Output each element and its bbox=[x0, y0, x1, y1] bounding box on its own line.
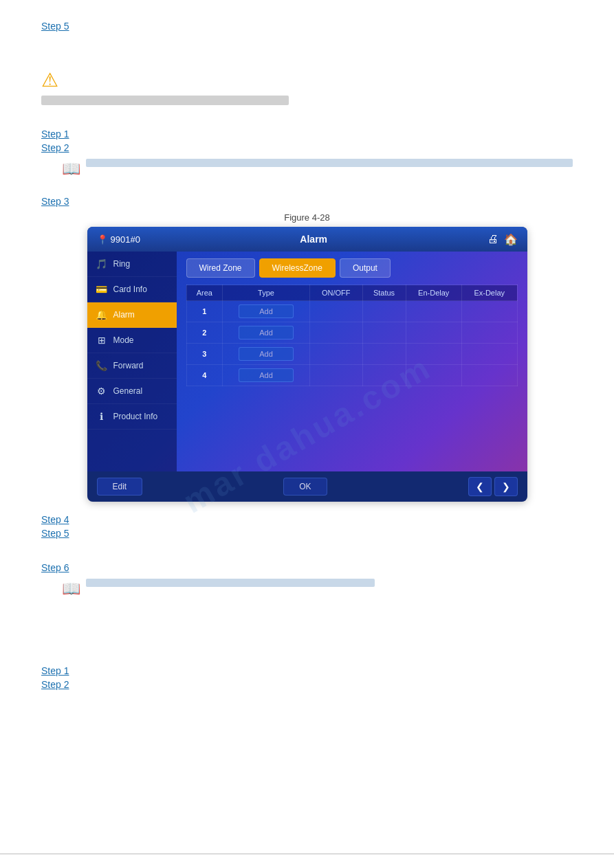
sidebar-alarm-label: Alarm bbox=[113, 310, 135, 320]
step3-label[interactable]: Step 3 bbox=[41, 196, 573, 207]
step4-label[interactable]: Step 4 bbox=[41, 514, 573, 525]
device-footer: Edit OK ❮ ❯ bbox=[87, 471, 527, 502]
figure-label: Figure 4-28 bbox=[41, 212, 573, 223]
step2-bot-label[interactable]: Step 2 bbox=[41, 679, 573, 690]
step5-top-label[interactable]: Step 5 bbox=[41, 21, 573, 32]
ring-icon: 🎵 bbox=[96, 258, 108, 269]
device-title: Alarm bbox=[140, 234, 487, 245]
location-text: 9901#0 bbox=[111, 234, 140, 245]
sidebar-forward-label: Forward bbox=[113, 361, 144, 370]
sidebar-item-mode[interactable]: ⊞ Mode bbox=[87, 328, 177, 353]
note-block-1: 📖 bbox=[62, 159, 573, 178]
edit-button[interactable]: Edit bbox=[97, 478, 143, 496]
tab-wired-zone[interactable]: Wired Zone bbox=[186, 258, 255, 278]
note-icon-2: 📖 bbox=[62, 580, 80, 598]
table-row: 1 Add bbox=[186, 301, 517, 322]
device-body: 🎵 Ring 💳 Card Info 🔔 Alarm ⊞ Mode 📞 Forw… bbox=[87, 252, 527, 471]
device-header-icons: 🖨 🏠 bbox=[487, 233, 518, 246]
sidebar-item-general[interactable]: ⚙ General bbox=[87, 379, 177, 404]
alarm-icon: 🔔 bbox=[96, 309, 108, 320]
print-icon[interactable]: 🖨 bbox=[487, 233, 498, 245]
device-main: Wired Zone WirelessZone Output Area Type… bbox=[177, 252, 527, 471]
sidebar-product-info-label: Product Info bbox=[113, 412, 158, 421]
note-block-2: 📖 bbox=[62, 579, 573, 598]
forward-icon: 📞 bbox=[96, 360, 108, 371]
sidebar-item-ring[interactable]: 🎵 Ring bbox=[87, 252, 177, 277]
add-btn-1[interactable]: Add bbox=[239, 304, 294, 318]
general-icon: ⚙ bbox=[96, 386, 108, 397]
area-2: 2 bbox=[202, 329, 206, 337]
step1-bot-label[interactable]: Step 1 bbox=[41, 665, 573, 676]
device-location: 📍 9901#0 bbox=[97, 234, 140, 245]
area-3: 3 bbox=[202, 350, 206, 358]
col-ex-delay: Ex-Delay bbox=[461, 285, 517, 301]
sidebar-item-card-info[interactable]: 💳 Card Info bbox=[87, 277, 177, 302]
device-sidebar: 🎵 Ring 💳 Card Info 🔔 Alarm ⊞ Mode 📞 Forw… bbox=[87, 252, 177, 471]
home-icon[interactable]: 🏠 bbox=[504, 233, 518, 246]
sidebar-general-label: General bbox=[113, 386, 143, 396]
prev-button[interactable]: ❮ bbox=[468, 477, 492, 496]
step5-post-label[interactable]: Step 5 bbox=[41, 528, 573, 539]
sidebar-item-product-info[interactable]: ℹ Product Info bbox=[87, 404, 177, 430]
col-area: Area bbox=[186, 285, 223, 301]
add-btn-2[interactable]: Add bbox=[239, 326, 294, 340]
step1-mid-label[interactable]: Step 1 bbox=[41, 129, 573, 140]
sidebar-card-info-label: Card Info bbox=[113, 285, 147, 294]
location-icon: 📍 bbox=[97, 234, 108, 245]
note-icon-1: 📖 bbox=[62, 160, 80, 178]
step6-label[interactable]: Step 6 bbox=[41, 562, 573, 573]
col-onoff: ON/OFF bbox=[309, 285, 362, 301]
add-btn-3[interactable]: Add bbox=[239, 347, 294, 361]
area-4: 4 bbox=[202, 371, 206, 379]
table-row: 4 Add bbox=[186, 365, 517, 386]
sidebar-ring-label: Ring bbox=[113, 259, 131, 269]
next-button[interactable]: ❯ bbox=[494, 477, 518, 496]
sidebar-mode-label: Mode bbox=[113, 335, 134, 345]
step2-mid-label[interactable]: Step 2 bbox=[41, 142, 573, 153]
table-row: 2 Add bbox=[186, 322, 517, 344]
mode-icon: ⊞ bbox=[96, 335, 108, 346]
sidebar-item-forward[interactable]: 📞 Forward bbox=[87, 353, 177, 379]
col-type: Type bbox=[223, 285, 310, 301]
alarm-zone-table: Area Type ON/OFF Status En-Delay Ex-Dela… bbox=[186, 285, 518, 386]
col-en-delay: En-Delay bbox=[406, 285, 461, 301]
device-header: 📍 9901#0 Alarm 🖨 🏠 bbox=[87, 227, 527, 252]
tab-output[interactable]: Output bbox=[340, 258, 391, 278]
add-btn-4[interactable]: Add bbox=[239, 368, 294, 382]
sidebar-item-alarm[interactable]: 🔔 Alarm bbox=[87, 302, 177, 328]
warning-text-bar bbox=[41, 96, 289, 105]
tab-wireless-zone[interactable]: WirelessZone bbox=[259, 258, 336, 278]
col-status: Status bbox=[362, 285, 406, 301]
device-tabs: Wired Zone WirelessZone Output bbox=[186, 258, 518, 278]
footer-nav: ❮ ❯ bbox=[468, 477, 518, 496]
product-info-icon: ℹ bbox=[96, 411, 108, 422]
warning-icon: ⚠ bbox=[41, 69, 573, 91]
ok-button[interactable]: OK bbox=[283, 478, 327, 496]
page-bottom-line bbox=[0, 854, 614, 854]
card-info-icon: 💳 bbox=[96, 284, 108, 295]
device-ui: 📍 9901#0 Alarm 🖨 🏠 🎵 Ring 💳 Card Info 🔔 … bbox=[87, 227, 527, 502]
warning-block: ⚠ bbox=[41, 69, 573, 109]
note-text-bar-1 bbox=[86, 159, 573, 167]
area-1: 1 bbox=[202, 307, 206, 315]
note-text-bar-2 bbox=[86, 579, 375, 587]
table-row: 3 Add bbox=[186, 344, 517, 365]
